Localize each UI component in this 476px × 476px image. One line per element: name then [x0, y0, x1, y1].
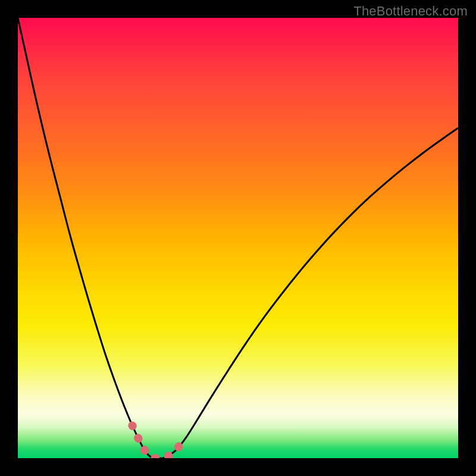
curve-path [18, 18, 458, 458]
chart-frame: TheBottleneck.com [0, 0, 476, 476]
plot-area [18, 18, 458, 458]
bottleneck-curve [18, 18, 458, 458]
watermark-text: TheBottleneck.com [353, 4, 468, 19]
